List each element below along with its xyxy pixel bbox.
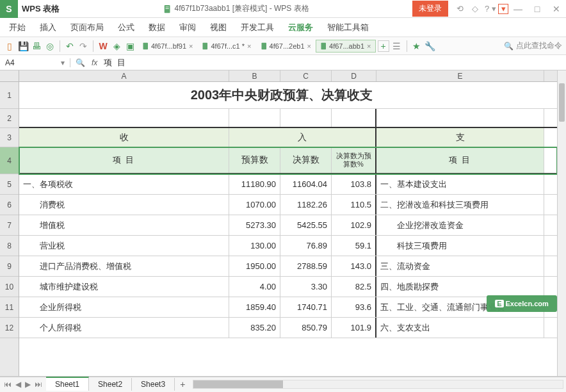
menu-开发工具[interactable]: 开发工具 bbox=[241, 22, 274, 33]
col-header-C[interactable]: C bbox=[280, 70, 332, 81]
maximize-button[interactable]: □ bbox=[528, 1, 547, 17]
select-all-corner[interactable] bbox=[0, 70, 19, 82]
row-header-7[interactable]: 7 bbox=[0, 215, 19, 236]
cell[interactable]: 82.5 bbox=[332, 277, 376, 297]
vertical-scrollbar[interactable] bbox=[557, 70, 566, 376]
row-header-12[interactable]: 12 bbox=[0, 318, 19, 338]
cell[interactable]: 企业挖潜改造资金 bbox=[376, 215, 544, 235]
cell[interactable]: 143.0 bbox=[332, 256, 376, 276]
cell[interactable]: 1950.00 bbox=[229, 256, 280, 276]
sheet-tab-Sheet2[interactable]: Sheet2 bbox=[89, 378, 132, 391]
print-icon[interactable]: 🖶 bbox=[31, 40, 42, 52]
close-icon[interactable]: × bbox=[307, 42, 311, 50]
cell[interactable]: 项 目 bbox=[376, 147, 544, 173]
menu-插入[interactable]: 插入 bbox=[40, 22, 56, 33]
cell[interactable]: 增值税 bbox=[19, 215, 229, 235]
cell[interactable]: 一、基本建设支出 bbox=[376, 174, 544, 194]
row-header-1[interactable]: 1 bbox=[0, 82, 19, 109]
menu-智能工具箱[interactable]: 智能工具箱 bbox=[327, 22, 369, 33]
cell[interactable]: 决算数 bbox=[280, 147, 332, 173]
row-header-11[interactable]: 11 bbox=[0, 297, 19, 318]
redo-icon[interactable]: ↷ bbox=[77, 40, 89, 52]
file-tab[interactable]: 4f67f...bf91× bbox=[138, 40, 197, 53]
menu-数据[interactable]: 数据 bbox=[149, 22, 165, 33]
sync-icon[interactable]: ⟲ bbox=[452, 1, 467, 17]
row-header-8[interactable]: 8 bbox=[0, 236, 19, 256]
col-header-D[interactable]: D bbox=[332, 70, 376, 81]
file-tab[interactable]: 4f67...abb1× bbox=[316, 40, 376, 53]
row-header-10[interactable]: 10 bbox=[0, 277, 19, 297]
help-icon[interactable]: ? ▾ bbox=[483, 1, 498, 17]
cell[interactable]: 决算数为预算数% bbox=[332, 147, 376, 173]
row-header-9[interactable]: 9 bbox=[0, 256, 19, 277]
wrench-icon[interactable]: 🔧 bbox=[424, 40, 436, 52]
prev-sheet-icon[interactable]: ◀ bbox=[14, 380, 22, 389]
cell[interactable]: 1182.26 bbox=[280, 195, 332, 215]
cell[interactable]: 消费税 bbox=[19, 195, 229, 215]
cell[interactable]: 支 bbox=[376, 128, 544, 147]
row-header-3[interactable]: 3 bbox=[0, 128, 19, 147]
row-header-4[interactable]: 4 bbox=[0, 147, 19, 174]
cell[interactable]: 一、各项税收 bbox=[19, 174, 229, 194]
horizontal-scrollbar[interactable] bbox=[193, 380, 563, 389]
menu-云服务[interactable]: 云服务 bbox=[288, 22, 313, 33]
sheet-nav[interactable]: ⏮ ◀ ▶ ⏭ bbox=[0, 380, 46, 389]
cell[interactable]: 收 bbox=[19, 128, 229, 147]
menu-公式[interactable]: 公式 bbox=[118, 22, 134, 33]
close-icon[interactable]: × bbox=[367, 42, 371, 50]
cell[interactable]: 835.20 bbox=[229, 318, 280, 338]
user-icon[interactable]: ◇ bbox=[467, 1, 483, 17]
cell[interactable]: 预算数 bbox=[229, 147, 280, 173]
cell[interactable]: 企业所得税 bbox=[19, 297, 229, 317]
close-icon[interactable]: × bbox=[189, 42, 193, 50]
cell[interactable]: 1070.00 bbox=[229, 195, 280, 215]
cube-icon[interactable]: ◈ bbox=[111, 40, 122, 52]
cell[interactable]: 103.8 bbox=[332, 174, 376, 194]
cell[interactable]: 科技三项费用 bbox=[376, 236, 544, 256]
add-tab-button[interactable]: + bbox=[378, 40, 389, 52]
cell[interactable]: 四、地质勘探费 bbox=[376, 277, 544, 297]
cell[interactable]: 1859.40 bbox=[229, 297, 280, 317]
col-header-B[interactable]: B bbox=[229, 70, 280, 81]
cell[interactable]: 850.79 bbox=[280, 318, 332, 338]
cell[interactable]: 营业税 bbox=[19, 236, 229, 256]
fx-search-icon[interactable]: 🔍 bbox=[76, 58, 85, 67]
sheet-tab-Sheet1[interactable]: Sheet1 bbox=[46, 377, 89, 391]
row-header-5[interactable]: 5 bbox=[0, 174, 19, 195]
cell[interactable]: 76.89 bbox=[280, 236, 332, 256]
new-icon[interactable]: ▯ bbox=[4, 40, 15, 52]
close-icon[interactable]: × bbox=[247, 42, 251, 50]
row-header-2[interactable]: 2 bbox=[0, 109, 19, 128]
cell[interactable]: 六、支农支出 bbox=[376, 318, 544, 338]
w-icon[interactable]: W bbox=[97, 40, 109, 52]
cell[interactable]: 110.5 bbox=[332, 195, 376, 215]
cell[interactable]: 2788.59 bbox=[280, 256, 332, 276]
cell[interactable]: 项 目 bbox=[19, 147, 229, 173]
file-tab[interactable]: 4f67...2eb1× bbox=[256, 40, 316, 53]
minimize-button[interactable]: — bbox=[508, 1, 528, 17]
command-search[interactable]: 🔍 点此查找命令 bbox=[504, 40, 562, 51]
last-sheet-icon[interactable]: ⏭ bbox=[33, 380, 44, 389]
spreadsheet-grid[interactable]: ABCDE 123456789101112 2003年中央财政预算、决算收支收入… bbox=[0, 70, 566, 377]
first-sheet-icon[interactable]: ⏮ bbox=[3, 380, 13, 389]
col-header-A[interactable]: A bbox=[19, 70, 229, 81]
close-button[interactable]: ✕ bbox=[547, 1, 566, 17]
cell[interactable] bbox=[229, 109, 280, 127]
menu-开始[interactable]: 开始 bbox=[9, 22, 26, 33]
cell[interactable]: 入 bbox=[229, 128, 376, 147]
cell[interactable]: 二、挖潜改造和科技三项费用 bbox=[376, 195, 544, 215]
col-header-E[interactable]: E bbox=[376, 70, 544, 81]
menu-视图[interactable]: 视图 bbox=[210, 22, 227, 33]
fx-content[interactable]: 项 目 bbox=[104, 57, 127, 69]
cell[interactable] bbox=[19, 109, 229, 127]
cell[interactable]: 11604.04 bbox=[280, 174, 332, 194]
down-icon[interactable]: ▾ bbox=[498, 4, 508, 14]
name-box[interactable]: A4▾ bbox=[0, 58, 70, 67]
preview-icon[interactable]: ◎ bbox=[44, 40, 56, 52]
cell[interactable]: 2003年中央财政预算、决算收支 bbox=[19, 82, 544, 108]
cell[interactable]: 59.1 bbox=[332, 236, 376, 256]
add-sheet-button[interactable]: + bbox=[175, 379, 190, 389]
sheet-tab-Sheet3[interactable]: Sheet3 bbox=[132, 378, 175, 391]
cell[interactable]: 进口产品消费税、增值税 bbox=[19, 256, 229, 276]
cell[interactable]: 个人所得税 bbox=[19, 318, 229, 338]
